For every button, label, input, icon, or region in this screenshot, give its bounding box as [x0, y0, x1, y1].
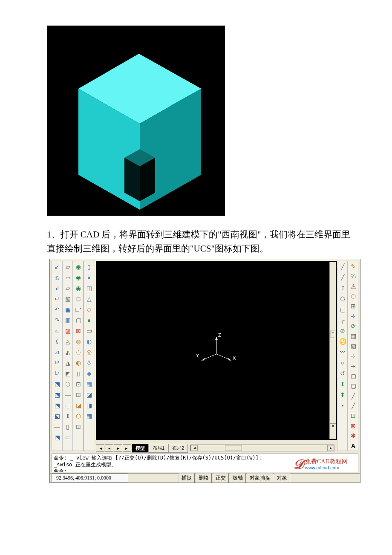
tb-icon[interactable]: ⬕ — [52, 410, 62, 421]
arc-icon[interactable]: ╭ — [337, 315, 348, 325]
tab-prev[interactable]: ◂ — [105, 444, 113, 452]
trim-icon[interactable]: ⊹ — [348, 351, 358, 361]
chamfer-icon[interactable]: ╱ — [348, 391, 358, 401]
tb-icon[interactable]: ⎁ — [52, 325, 62, 336]
stretch-icon[interactable]: ▧ — [348, 341, 358, 351]
tb-icon[interactable]: L³ — [52, 368, 62, 379]
explode-icon[interactable]: ✱ — [348, 431, 358, 440]
spline-icon[interactable]: 〰 — [337, 347, 348, 357]
tab-next[interactable]: ▸ — [114, 444, 122, 452]
scroll-right[interactable]: ▸ — [327, 445, 334, 451]
break-icon[interactable]: ▢ — [348, 371, 358, 381]
tb-icon[interactable]: ▱ — [63, 283, 73, 293]
tb-icon[interactable]: ◨ — [84, 400, 94, 410]
tb-icon[interactable]: ▱ — [63, 261, 73, 272]
tb-icon[interactable]: ⯑ — [84, 357, 94, 368]
tab-layout2[interactable]: 布局2 — [168, 444, 188, 453]
tb-icon[interactable]: ▨ — [63, 325, 73, 336]
tb-icon[interactable]: ⬔ — [52, 432, 62, 442]
scroll-left[interactable]: ◂ — [191, 445, 198, 451]
tab-last[interactable]: ▸I — [123, 444, 131, 452]
otrack-toggle[interactable]: 对象 — [274, 473, 290, 483]
tb-icon[interactable]: ⬔ — [52, 389, 62, 400]
grid-toggle[interactable]: 删格 — [196, 473, 212, 483]
tb-icon[interactable]: ▧ — [63, 293, 73, 304]
insert-icon[interactable]: ⬍ — [337, 379, 348, 389]
tb-icon[interactable]: ⊡ — [73, 379, 84, 389]
tb-icon[interactable]: ● — [84, 272, 94, 283]
hatch-icon[interactable]: ⊡ — [348, 411, 358, 421]
rotate-icon[interactable]: ⟳ — [348, 321, 358, 331]
tb-icon[interactable]: ◆ — [84, 368, 94, 379]
tb-icon[interactable]: — — [63, 389, 73, 400]
tb-icon[interactable]: ◉ — [73, 272, 84, 283]
tb-icon[interactable]: ⊡ — [73, 389, 84, 400]
tb-icon[interactable]: ◬ — [63, 336, 73, 347]
tb-icon[interactable]: ◉ — [73, 261, 84, 272]
tb-icon[interactable]: ▯ — [73, 368, 84, 379]
tab-first[interactable]: I◂ — [96, 444, 104, 452]
scroll-thumb[interactable] — [225, 445, 242, 451]
horizontal-scrollbar[interactable]: ◂ ▸ — [190, 445, 334, 451]
scale-icon[interactable]: ▦ — [348, 331, 358, 341]
ortho-toggle[interactable]: 正交 — [213, 473, 229, 483]
move-icon[interactable]: ✛ — [348, 311, 358, 321]
tb-icon[interactable]: — — [52, 421, 62, 432]
revcloud-icon[interactable]: ♋ — [337, 336, 348, 347]
array-icon[interactable]: ⊞ — [348, 301, 358, 311]
ellipsearc-icon[interactable]: ↺ — [337, 368, 348, 379]
line-icon[interactable]: ╱ — [337, 261, 348, 272]
tb-icon[interactable]: ⬔ — [52, 400, 62, 410]
vertical-scrollbar[interactable]: ≡ ▾ — [329, 262, 336, 439]
tb-icon[interactable]: ▱ — [63, 272, 73, 283]
pline-icon[interactable]: ⤴ — [337, 283, 348, 293]
tb-icon[interactable]: ⊡ — [73, 421, 84, 432]
polygon-icon[interactable]: ⬠ — [337, 293, 348, 304]
tb-icon[interactable]: □ — [73, 293, 84, 304]
tb-icon[interactable]: ▭ — [84, 325, 94, 336]
fillet-icon[interactable]: ╱ — [348, 401, 358, 410]
tb-icon[interactable]: L² — [52, 357, 62, 368]
point-icon[interactable]: ▪ — [337, 400, 348, 410]
scroll-down[interactable]: ▾ — [330, 423, 336, 430]
tb-icon[interactable]: ▥ — [63, 315, 73, 325]
tb-icon[interactable]: ▦ — [84, 410, 94, 421]
tb-icon[interactable]: □ᐩ — [73, 304, 84, 315]
block-icon[interactable]: ⬍ — [337, 389, 348, 400]
tb-icon[interactable]: ↶ — [52, 304, 62, 315]
tb-icon[interactable]: ◌ — [73, 347, 84, 357]
tb-icon[interactable]: ↙ — [52, 261, 62, 272]
tb-icon[interactable]: ⬡ — [73, 410, 84, 421]
tb-icon[interactable]: ▯ — [63, 421, 73, 432]
ellipse-icon[interactable]: ○ — [337, 357, 348, 368]
circle-icon[interactable]: ⊘ — [337, 325, 348, 336]
offset-icon[interactable]: ⬡ — [348, 291, 358, 301]
gradient-icon[interactable]: ⊠ — [348, 421, 358, 431]
tb-icon[interactable]: ◮ — [63, 357, 73, 368]
tb-icon[interactable]: ▭ — [63, 432, 73, 442]
tb-icon[interactable]: ◎ — [84, 347, 94, 357]
tb-icon[interactable]: ◭ — [63, 347, 73, 357]
tb-icon[interactable]: ◪ — [73, 400, 84, 410]
osnap-toggle[interactable]: 对象捕捉 — [247, 473, 273, 483]
copy-icon[interactable]: ℅ — [348, 271, 358, 281]
rect-icon[interactable]: ▢ — [337, 304, 348, 315]
join-icon[interactable]: ▢ — [348, 381, 358, 391]
scroll-thumb[interactable]: ≡ — [330, 330, 335, 338]
tb-icon[interactable]: ⎌ — [52, 272, 62, 283]
tb-icon[interactable]: ▦ — [84, 379, 94, 389]
tb-icon[interactable]: ↷ — [52, 315, 62, 325]
tb-icon[interactable]: ◐ — [73, 357, 84, 368]
tab-layout1[interactable]: 布局1 — [149, 444, 168, 453]
extend-icon[interactable]: ⇥ — [348, 361, 358, 371]
tb-icon[interactable]: ↲ — [52, 283, 62, 293]
tb-icon[interactable]: △ — [84, 293, 94, 304]
erase-icon[interactable]: ✎ — [348, 261, 358, 271]
mirror-icon[interactable]: ⚠ — [348, 281, 358, 291]
tb-icon[interactable]: ⊿ — [52, 347, 62, 357]
tb-icon[interactable]: ↵ — [52, 293, 62, 304]
polar-toggle[interactable]: 极轴 — [230, 473, 246, 483]
tb-icon[interactable]: ▢ — [73, 315, 84, 325]
tb-icon[interactable]: ⬚ — [63, 400, 73, 410]
tb-icon[interactable]: ⬡ — [63, 379, 73, 389]
